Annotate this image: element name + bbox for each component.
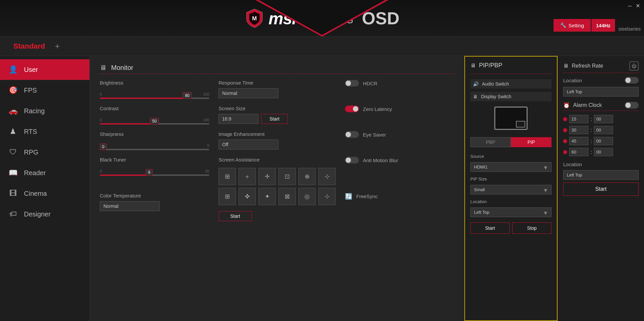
sidebar-item-rpg[interactable]: 🛡 RPG — [0, 142, 89, 162]
alarm-hour-4[interactable]: 60153045 — [569, 148, 588, 156]
pbp-mode-button[interactable]: PBP — [470, 137, 511, 147]
eye-saver-label: Eye Saver — [363, 132, 386, 138]
black-tuner-fill — [100, 174, 149, 176]
sidebar-label-rts: RTS — [24, 128, 37, 136]
sa-btn-3[interactable]: ✛ — [258, 168, 276, 185]
alarm-minute-2[interactable]: 00153045 — [594, 126, 613, 134]
sa-btn-7[interactable]: ⊞ — [219, 188, 236, 205]
monitor-divider — [100, 74, 454, 74]
content-area: 🖥 Monitor Brightness 0 100 80 — [90, 56, 464, 321]
freesync-icon: 🔄 — [345, 193, 352, 200]
sidebar-item-designer[interactable]: 🏷 Designer — [0, 204, 89, 224]
alarm-colon-2: : — [590, 127, 592, 133]
sidebar-item-user[interactable]: 👤 User — [0, 59, 89, 80]
refresh-rate-title-row: 🖥 Refresh Rate — [563, 63, 603, 69]
sa-btn-6[interactable]: ⊹ — [318, 168, 336, 185]
alarm-clock-title: Alarm Clock — [573, 102, 602, 108]
pip-mode-button[interactable]: PIP — [511, 137, 552, 147]
alarm-location-wrapper: Left Top Right Top Left Bottom Right Bot… — [563, 169, 639, 180]
alarm-row-3: 45153060 : 00153045 — [563, 137, 639, 145]
brightness-track[interactable]: 80 — [100, 98, 209, 99]
alarm-hour-2[interactable]: 30154560 — [569, 126, 588, 134]
tab-standard[interactable]: Standard — [7, 42, 52, 51]
contrast-max: 100 — [203, 118, 209, 122]
svg-text:M: M — [252, 15, 257, 22]
alarm-dot-1 — [563, 117, 567, 121]
pip-source-select-wrapper: HDMI1 HDMI2 DisplayPort ▼ — [470, 162, 552, 172]
black-tuner-track[interactable]: 9 — [100, 174, 209, 176]
refresh-rate-toggle[interactable] — [625, 77, 639, 84]
sa-btn-9[interactable]: ✦ — [258, 188, 276, 205]
alarm-minute-3[interactable]: 00153045 — [594, 137, 613, 145]
alarm-hour-3[interactable]: 45153060 — [569, 137, 588, 145]
sharpness-group: Sharpness 0 5 0 — [100, 131, 209, 152]
image-enhancement-label: Image Enhancement — [219, 131, 336, 137]
sidebar-label-designer: Designer — [24, 210, 51, 218]
anti-motion-blur-toggle-container: Anti Motion Blur — [345, 157, 454, 163]
sidebar-label-user: User — [24, 66, 38, 74]
sa-btn-5[interactable]: ⊕ — [298, 168, 316, 185]
setting-button[interactable]: 🔧 Setting — [554, 19, 591, 32]
gaming-text: GAMING — [302, 15, 356, 26]
sidebar: 👤 User 🎯 FPS 🚗 Racing ♟ RTS 🛡 RPG 📖 Read… — [0, 56, 90, 321]
alarm-hour-1[interactable]: 15304560 — [569, 115, 588, 123]
contrast-track[interactable]: 50 — [100, 123, 209, 125]
tab-bar: Standard + — [0, 37, 644, 56]
alarm-start-button[interactable]: Start — [563, 182, 639, 196]
alarm-clock-toggle[interactable] — [625, 102, 639, 109]
sa-btn-4[interactable]: ⊡ — [278, 168, 296, 185]
reader-icon: 📖 — [8, 168, 18, 178]
sharpness-range: 0 5 — [100, 144, 209, 148]
audio-switch-item[interactable]: 🔊 Audio Switch — [470, 79, 552, 89]
designer-icon: 🏷 — [8, 209, 18, 219]
zero-latency-toggle[interactable] — [345, 106, 359, 112]
sa-btn-12[interactable]: ⊹ — [318, 188, 336, 205]
sidebar-item-racing[interactable]: 🚗 Racing — [0, 101, 89, 121]
sidebar-item-rts[interactable]: ♟ RTS — [0, 121, 89, 142]
eye-saver-group: Eye Saver — [345, 131, 454, 152]
anti-motion-blur-toggle[interactable] — [345, 157, 359, 163]
image-enhancement-select[interactable]: Off Level 1 Level 2 Level 3 — [219, 140, 278, 150]
pip-start-button[interactable]: Start — [470, 222, 510, 234]
screen-size-start-button[interactable]: Start — [261, 114, 288, 124]
sa-btn-11[interactable]: ◎ — [298, 188, 316, 205]
pip-size-select[interactable]: Small Medium Large — [470, 185, 552, 194]
alarm-minute-4[interactable]: 00153045 — [594, 148, 613, 156]
black-tuner-group: Black Tuner 0 20 9 — [100, 157, 209, 187]
black-tuner-range: 0 20 — [100, 169, 209, 173]
alarm-minute-1[interactable]: 00153045 — [594, 115, 613, 123]
sidebar-item-fps[interactable]: 🎯 FPS — [0, 80, 89, 101]
response-time-select[interactable]: Normal Fast Fastest — [219, 88, 278, 98]
black-tuner-value: 9 — [146, 169, 153, 176]
pip-source-select[interactable]: HDMI1 HDMI2 DisplayPort — [470, 162, 552, 172]
refresh-rate-location-select[interactable]: Left Top Right Top Left Bottom Right Bot… — [563, 87, 639, 97]
alarm-colon-3: : — [590, 138, 592, 144]
alarm-dot-2 — [563, 128, 567, 132]
power-icon[interactable]: ⏻ — [629, 61, 639, 71]
pip-stop-button[interactable]: Stop — [512, 222, 552, 234]
alarm-location-select[interactable]: Left Top Right Top Left Bottom Right Bot… — [563, 170, 639, 180]
monitor-icon: 🖥 — [100, 64, 106, 72]
sa-btn-2[interactable]: ＋ — [239, 168, 256, 185]
color-temperature-select[interactable]: Normal Warm Cool Custom — [100, 201, 160, 211]
sharpness-track[interactable]: 0 — [100, 149, 209, 150]
sharpness-label: Sharpness — [100, 131, 209, 137]
screen-size-select[interactable]: 16:9 4:3 1:1 — [219, 114, 258, 124]
sa-btn-8[interactable]: ✜ — [239, 188, 256, 205]
sa-btn-10[interactable]: ⊠ — [278, 188, 296, 205]
app-logo: M msi GAMING OSD — [244, 8, 399, 28]
pip-location-select[interactable]: Left Top Right Top Left Bottom Right Bot… — [470, 207, 552, 217]
response-time-group: Response Time Normal Fast Fastest — [219, 80, 336, 100]
screen-assistance-start-button[interactable]: Start — [219, 211, 252, 221]
tab-add-button[interactable]: + — [55, 42, 60, 51]
sa-btn-1[interactable]: ⊞ — [219, 168, 236, 185]
sidebar-item-reader[interactable]: 📖 Reader — [0, 162, 89, 183]
alarm-row-2: 30154560 : 00153045 — [563, 126, 639, 134]
sidebar-item-cinema[interactable]: 🎞 Cinema — [0, 183, 89, 204]
eye-saver-toggle[interactable] — [345, 131, 359, 138]
setting-label: Setting — [568, 23, 584, 28]
main-layout: 👤 User 🎯 FPS 🚗 Racing ♟ RTS 🛡 RPG 📖 Read… — [0, 56, 644, 321]
hdcr-toggle[interactable] — [345, 80, 359, 87]
response-time-label: Response Time — [219, 80, 336, 86]
display-switch-item[interactable]: 🖥 Display Switch — [470, 92, 552, 101]
